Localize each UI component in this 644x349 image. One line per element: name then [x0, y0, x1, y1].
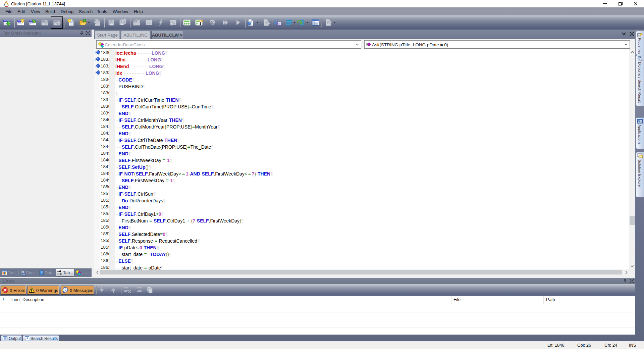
svg-text:CC: CC — [274, 18, 279, 22]
svg-text:OK: OK — [22, 273, 25, 275]
